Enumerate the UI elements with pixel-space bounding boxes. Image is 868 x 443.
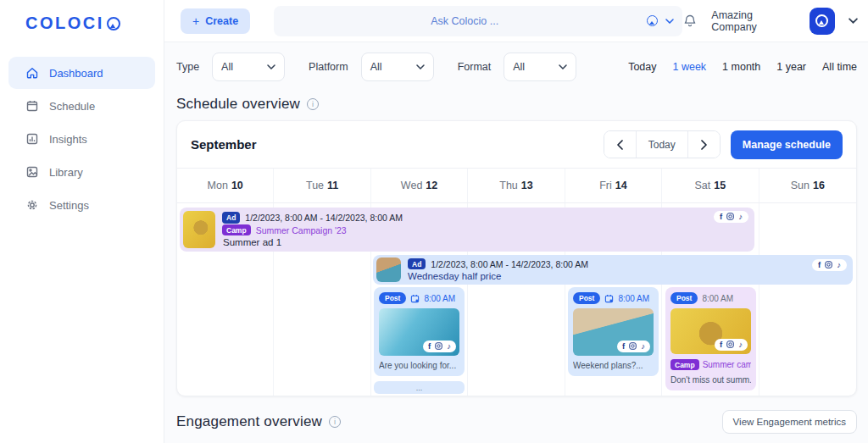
facebook-icon: f <box>818 261 821 269</box>
instagram-icon <box>726 213 734 220</box>
manage-schedule-button[interactable]: Manage schedule <box>731 130 843 159</box>
event-title: Wednesday half price <box>408 271 588 281</box>
sidebar-item-label: Library <box>49 166 83 179</box>
campaign-name: Summer Campaign '23 <box>256 225 347 235</box>
sidebar-item-label: Insights <box>49 133 87 146</box>
sidebar-item-schedule[interactable]: Schedule <box>8 90 155 122</box>
content: Type All Platform All Format <box>164 42 868 443</box>
facebook-icon: f <box>622 342 625 351</box>
home-icon <box>25 66 39 80</box>
view-engagement-metrics-button[interactable]: View Engagement metrics <box>722 410 857 434</box>
format-filter-value: All <box>513 61 525 73</box>
calendar-today-button[interactable]: Today <box>636 131 688 158</box>
schedule-section-header: Schedule overview <box>176 91 857 117</box>
settings-icon <box>25 198 39 212</box>
chevron-down-icon <box>416 64 425 69</box>
post-badge: Post <box>670 292 698 304</box>
logo-text: COLOCI <box>25 14 104 33</box>
chevron-down-icon[interactable] <box>665 19 674 24</box>
platform-filter-value: All <box>370 61 382 73</box>
calendar-next-button[interactable] <box>688 131 720 158</box>
range-all-time[interactable]: All time <box>822 61 857 73</box>
more-posts-pill[interactable]: ... <box>374 381 465 394</box>
event-thumbnail <box>376 257 401 282</box>
post-time: 8:00 AM <box>702 294 733 303</box>
day-header-thu: Thu13 <box>468 169 565 202</box>
instagram-icon <box>629 342 637 350</box>
scheduled-calendar-icon <box>604 294 614 303</box>
platform-icons: f ♪ <box>715 339 748 352</box>
event-summer-ad-1[interactable]: Ad 1/2/2023, 8:00 AM - 14/2/2023, 8:00 A… <box>180 208 754 252</box>
chevron-down-icon <box>559 64 567 69</box>
company-avatar[interactable] <box>810 8 835 35</box>
info-icon[interactable] <box>307 98 319 110</box>
post-caption: Are you looking for... <box>379 361 459 370</box>
day-header-wed: Wed12 <box>371 169 468 202</box>
day-header-mon: Mon10 <box>177 169 274 202</box>
post-time: 8:00 AM <box>618 294 649 303</box>
instagram-icon <box>726 341 734 348</box>
campaign-name: Summer camp... <box>703 360 751 369</box>
calendar-prev-button[interactable] <box>604 131 636 158</box>
schedule-calendar-card: September Today Manage schedule <box>176 120 857 396</box>
platform-filter-group: Platform All <box>309 53 434 81</box>
range-today[interactable]: Today <box>628 61 656 73</box>
event-thumbnail <box>183 211 215 248</box>
range-1-week[interactable]: 1 week <box>672 61 706 73</box>
post-image: f ♪ <box>670 308 751 354</box>
colocio-mini-logo-icon[interactable] <box>647 15 658 26</box>
type-filter-select[interactable]: All <box>212 53 285 81</box>
format-filter-select[interactable]: All <box>504 53 576 81</box>
post-caption: Weekend plans?... <box>573 361 654 370</box>
insights-icon <box>25 132 39 146</box>
post-card-wednesday[interactable]: Post 8:00 AM f ♪ Are you looking for... <box>374 287 465 376</box>
sidebar-item-dashboard[interactable]: Dashboard <box>8 57 155 89</box>
topbar: + Create Ask Colocio ... Amazing Company <box>164 0 868 42</box>
post-card-saturday[interactable]: Post 8:00 AM f ♪ Camp Summe <box>665 287 756 390</box>
format-filter-label: Format <box>458 61 492 73</box>
event-datetime: 1/2/2023, 8:00 AM - 14/2/2023, 8:00 AM <box>245 213 403 223</box>
plus-icon: + <box>192 14 199 28</box>
post-image: f ♪ <box>379 308 459 356</box>
platform-filter-select[interactable]: All <box>361 53 434 81</box>
sidebar-item-label: Schedule <box>49 100 95 113</box>
sidebar-item-label: Settings <box>49 199 89 212</box>
tiktok-icon: ♪ <box>738 341 743 349</box>
notifications-bell-icon[interactable] <box>682 14 698 29</box>
day-header-fri: Fri14 <box>565 169 662 202</box>
schedule-section-title: Schedule overview <box>176 96 300 113</box>
facebook-icon: f <box>428 342 431 351</box>
sidebar-item-insights[interactable]: Insights <box>8 123 155 155</box>
sidebar: COLOCI Dashboard Schedule Insights <box>0 0 164 443</box>
tiktok-icon: ♪ <box>447 342 451 351</box>
range-1-year[interactable]: 1 year <box>776 61 806 73</box>
sidebar-item-settings[interactable]: Settings <box>8 189 155 221</box>
calendar-month-label: September <box>191 137 257 152</box>
sidebar-item-library[interactable]: Library <box>8 156 155 188</box>
post-card-friday[interactable]: Post 8:00 AM f ♪ Weekend plans?... <box>568 287 659 376</box>
type-filter-group: Type All <box>176 53 285 81</box>
company-name[interactable]: Amazing Company <box>711 9 796 33</box>
calendar-controls: Today Manage schedule <box>604 130 843 159</box>
event-title: Summer ad 1 <box>222 237 403 247</box>
create-button[interactable]: + Create <box>181 8 250 34</box>
chevron-down-icon <box>267 64 275 69</box>
instagram-icon <box>435 342 442 350</box>
info-icon[interactable] <box>329 416 341 428</box>
day-header-sun: Sun16 <box>760 169 856 202</box>
event-wednesday-half-price[interactable]: Ad 1/2/2023, 8:00 AM - 14/2/2023, 8:00 A… <box>373 255 853 285</box>
avatar-logo-icon <box>815 14 828 27</box>
calendar-day-header-row: Mon10 Tue11 Wed12 Thu13 Fri14 Sat15 Sun1… <box>177 168 856 203</box>
create-button-label: Create <box>205 15 238 27</box>
post-image: f ♪ <box>573 308 654 356</box>
facebook-icon: f <box>720 213 722 221</box>
time-range-selector: Today 1 week 1 month 1 year All time <box>628 61 857 73</box>
sidebar-item-label: Dashboard <box>49 67 103 80</box>
app-window: COLOCI Dashboard Schedule Insights <box>0 0 868 443</box>
range-1-month[interactable]: 1 month <box>722 61 760 73</box>
event-datetime: 1/2/2023, 8:00 AM - 14/2/2023, 8:00 AM <box>431 259 588 269</box>
account-chevron-down-icon[interactable] <box>849 18 858 24</box>
search-input[interactable]: Ask Colocio ... <box>274 6 682 36</box>
platform-icons: f ♪ <box>714 211 748 223</box>
colocio-logo[interactable]: COLOCI <box>0 0 164 33</box>
